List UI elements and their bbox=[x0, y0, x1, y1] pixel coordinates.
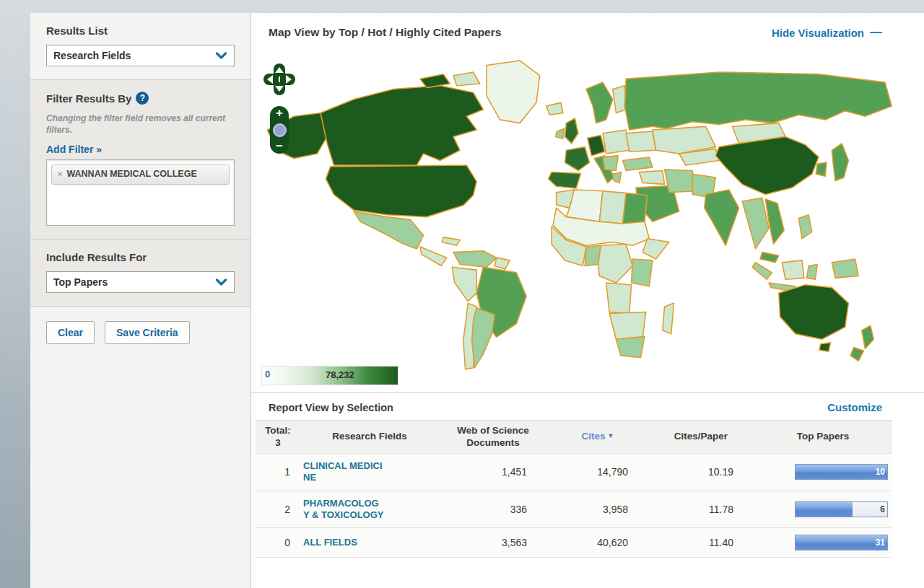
map-view-title: Map View by Top / Hot / Highly Cited Pap… bbox=[269, 26, 501, 39]
country-iran bbox=[665, 170, 696, 193]
results-list-dropdown[interactable]: Research Fields bbox=[46, 45, 235, 66]
country-russia bbox=[624, 72, 892, 130]
filter-tag[interactable]: × WANNAN MEDICAL COLLEGE bbox=[51, 164, 230, 185]
country-iceland bbox=[546, 102, 563, 115]
include-results-value: Top Papers bbox=[53, 276, 108, 288]
map-pan-control[interactable] bbox=[263, 63, 296, 96]
sort-desc-icon: ▼ bbox=[608, 432, 614, 439]
country-canada-islands2 bbox=[453, 72, 480, 86]
map-legend: 0 78,232 bbox=[261, 366, 398, 385]
country-canada bbox=[321, 86, 483, 165]
country-germany bbox=[588, 136, 605, 156]
country-egypt bbox=[623, 193, 648, 224]
row-rank: 0 bbox=[256, 530, 300, 555]
active-filters-box: × WANNAN MEDICAL COLLEGE bbox=[46, 159, 235, 226]
country-central-africa bbox=[598, 244, 633, 283]
top-papers-value: 31 bbox=[876, 537, 885, 548]
minus-icon: — bbox=[870, 25, 882, 40]
column-wos-documents: Web of Science Documents bbox=[439, 421, 547, 452]
column-research-fields: Research Fields bbox=[300, 426, 439, 447]
row-cites: 14,790 bbox=[547, 460, 648, 484]
row-cites-per-paper: 11.40 bbox=[648, 530, 754, 555]
include-results-section: Include Results For Top Papers bbox=[30, 240, 250, 307]
hide-visualization-link[interactable]: Hide Visualization — bbox=[772, 25, 882, 40]
country-argentina bbox=[472, 308, 494, 368]
actions-section: Clear Save Criteria bbox=[30, 307, 250, 359]
country-myanmar-thailand bbox=[742, 198, 769, 249]
country-sumatra bbox=[752, 263, 772, 280]
legend-max-value: 78,232 bbox=[326, 369, 354, 380]
country-new-zealand-south bbox=[850, 347, 863, 361]
world-choropleth-map[interactable] bbox=[254, 48, 918, 388]
country-ukraine bbox=[626, 131, 655, 152]
results-list-section: Results List Research Fields bbox=[30, 13, 250, 80]
country-borneo bbox=[782, 260, 803, 279]
country-peru bbox=[452, 267, 476, 301]
help-icon[interactable]: ? bbox=[136, 92, 149, 105]
field-link[interactable]: PHARMACOLOGY & TOXICOLOGY bbox=[303, 498, 384, 522]
table-header-row: Total: 3 Research Fields Web of Science … bbox=[256, 421, 892, 454]
filter-results-heading: Filter Results By? bbox=[46, 92, 235, 105]
country-south-africa bbox=[616, 336, 645, 357]
table-row: 1 CLINICAL MEDICINE 1,451 14,790 10.19 1… bbox=[256, 454, 892, 491]
main-panel: Map View by Top / Hot / Highly Cited Pap… bbox=[251, 13, 924, 588]
column-cites-sortable[interactable]: Cites▼ bbox=[547, 426, 648, 447]
country-iraq bbox=[640, 171, 665, 185]
row-cites: 40,620 bbox=[547, 530, 648, 555]
zoom-out-icon[interactable]: − bbox=[276, 141, 283, 152]
results-list-heading: Results List bbox=[46, 25, 235, 37]
report-view-header: Report View by Selection Customize bbox=[251, 392, 924, 420]
filter-tag-label: WANNAN MEDICAL COLLEGE bbox=[66, 169, 196, 180]
country-usa bbox=[326, 165, 476, 217]
table-row: 0 ALL FIELDS 3,563 40,620 11.40 31 bbox=[256, 528, 892, 558]
filter-section: Filter Results By? Changing the filter f… bbox=[30, 80, 250, 240]
add-filter-link[interactable]: Add Filter » bbox=[46, 144, 102, 155]
country-tasmania bbox=[819, 343, 831, 351]
top-papers-bar: 10 bbox=[795, 464, 888, 480]
app-window: Results List Research Fields Filter Resu… bbox=[30, 13, 924, 588]
row-rank: 1 bbox=[256, 460, 300, 484]
zoom-in-icon[interactable]: + bbox=[276, 107, 283, 119]
country-finland bbox=[613, 86, 626, 113]
country-colombia-venezuela bbox=[453, 251, 497, 268]
map-view-header: Map View by Top / Hot / Highly Cited Pap… bbox=[251, 13, 924, 44]
country-poland bbox=[603, 130, 629, 154]
country-mexico bbox=[354, 211, 424, 249]
country-central-america bbox=[420, 247, 447, 266]
include-results-heading: Include Results For bbox=[46, 251, 235, 263]
country-spain bbox=[549, 172, 581, 188]
clear-button[interactable]: Clear bbox=[46, 321, 95, 344]
row-documents: 336 bbox=[439, 497, 547, 522]
page-background: Results List Research Fields Filter Resu… bbox=[0, 0, 924, 588]
country-madagascar bbox=[663, 303, 674, 333]
country-balkans bbox=[603, 156, 618, 171]
globe-icon[interactable] bbox=[273, 123, 287, 137]
column-total: Total: 3 bbox=[256, 421, 300, 452]
country-korea bbox=[816, 162, 827, 176]
top-papers-bar-fill bbox=[796, 465, 887, 479]
country-malaysia bbox=[760, 253, 779, 263]
include-results-dropdown[interactable]: Top Papers bbox=[46, 271, 235, 293]
save-criteria-button[interactable]: Save Criteria bbox=[105, 321, 190, 344]
column-top-papers: Top Papers bbox=[754, 426, 892, 447]
map-zoom-control[interactable]: + − bbox=[270, 106, 289, 154]
field-link[interactable]: CLINICAL MEDICINE bbox=[303, 460, 384, 484]
customize-link[interactable]: Customize bbox=[827, 401, 882, 413]
top-papers-bar: 6 bbox=[795, 501, 888, 517]
filter-note: Changing the filter field removes all cu… bbox=[46, 113, 235, 136]
country-new-zealand bbox=[862, 325, 874, 348]
top-papers-bar: 31 bbox=[795, 535, 888, 550]
top-papers-value: 6 bbox=[880, 504, 885, 514]
row-documents: 3,563 bbox=[439, 530, 547, 555]
chevron-down-icon bbox=[215, 278, 227, 286]
country-greece bbox=[613, 172, 622, 183]
field-link[interactable]: ALL FIELDS bbox=[303, 537, 384, 548]
country-kenya-tanzania bbox=[632, 259, 653, 286]
report-table: Total: 3 Research Fields Web of Science … bbox=[256, 420, 892, 558]
country-turkey bbox=[623, 157, 653, 171]
country-japan bbox=[832, 144, 848, 181]
top-papers-value: 10 bbox=[876, 467, 885, 477]
remove-filter-icon[interactable]: × bbox=[58, 169, 62, 180]
country-new-guinea bbox=[832, 259, 858, 278]
country-france bbox=[565, 147, 590, 171]
